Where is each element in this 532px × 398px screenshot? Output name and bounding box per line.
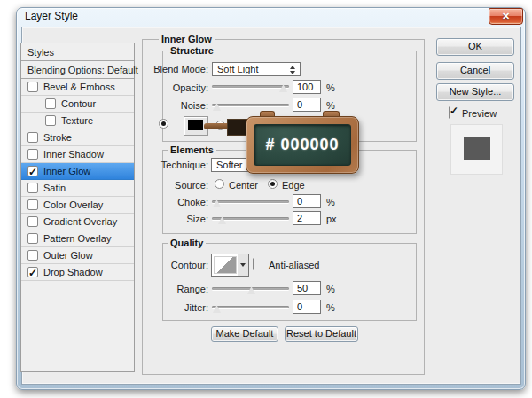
- noise-slider[interactable]: [212, 101, 289, 112]
- opacity-label: Opacity:: [142, 82, 208, 93]
- drop-shadow-checkbox[interactable]: ✓: [27, 267, 38, 277]
- sidebar-item-bevel-emboss[interactable]: Bevel & Emboss: [21, 79, 134, 96]
- titlebar[interactable]: [17, 8, 525, 27]
- texture-checkbox[interactable]: [45, 115, 56, 126]
- preview-swatch: [450, 124, 503, 175]
- sidebar-item-color-overlay[interactable]: Color Overlay: [21, 197, 134, 214]
- contour-thumbnail-icon: [214, 256, 237, 274]
- size-unit: px: [326, 214, 337, 224]
- preview-checkbox[interactable]: ✓: [449, 106, 450, 119]
- source-label: Source:: [142, 180, 208, 191]
- close-icon: ✕: [502, 11, 510, 21]
- technique-label: Technique:: [142, 160, 208, 170]
- stroke-checkbox[interactable]: [27, 132, 38, 143]
- make-default-button[interactable]: Make Default: [211, 326, 278, 342]
- jitter-label: Jitter:: [142, 302, 208, 313]
- opacity-slider[interactable]: [212, 82, 289, 93]
- jitter-slider-track: [212, 306, 289, 308]
- noise-label: Noise:: [142, 100, 208, 111]
- styles-header: Styles: [21, 43, 134, 61]
- range-slider[interactable]: [212, 285, 289, 295]
- jitter-unit: %: [326, 302, 335, 313]
- gradient-overlay-checkbox[interactable]: [27, 216, 38, 227]
- panel-title: Inner Glow: [159, 34, 215, 44]
- sidebar-item-outer-glow[interactable]: Outer Glow: [21, 247, 134, 264]
- sidebar-item-pattern-overlay[interactable]: Pattern Overlay: [21, 230, 134, 247]
- sidebar-item-texture[interactable]: Texture: [21, 113, 134, 129]
- ok-button[interactable]: OK: [436, 38, 514, 56]
- sidebar-item-inner-glow[interactable]: ✓ Inner Glow: [21, 163, 134, 180]
- preview-swatch-inner: [464, 137, 490, 160]
- pattern-overlay-checkbox[interactable]: [27, 233, 38, 244]
- noise-unit: %: [326, 100, 335, 111]
- window-title: Layer Style: [25, 10, 78, 22]
- choke-input[interactable]: [293, 194, 321, 208]
- hex-tooltip-chalkboard: # 000000: [246, 116, 359, 174]
- chalkboard-surface: # 000000: [254, 124, 351, 166]
- anti-aliased-checkbox[interactable]: [253, 258, 254, 270]
- jitter-input[interactable]: [293, 300, 321, 314]
- choke-unit: %: [326, 197, 335, 207]
- noise-input[interactable]: [293, 98, 321, 112]
- glow-color-swatch: [188, 120, 203, 130]
- contour-checkbox[interactable]: [45, 98, 56, 109]
- blend-mode-select[interactable]: Soft Light: [212, 62, 301, 76]
- opacity-slider-track: [212, 85, 289, 88]
- sidebar-item-contour[interactable]: Contour: [21, 96, 134, 113]
- range-label: Range:: [142, 284, 208, 294]
- range-input[interactable]: [293, 281, 321, 295]
- size-label: Size:: [142, 214, 208, 224]
- sidebar-item-blending-options[interactable]: Blending Options: Default: [21, 61, 134, 79]
- anti-aliased-label: Anti-aliased: [269, 260, 319, 270]
- range-unit: %: [326, 284, 335, 294]
- contour-label: Contour:: [142, 260, 208, 270]
- chalk-pointer-block: [227, 119, 247, 136]
- source-edge-label: Edge: [282, 180, 305, 191]
- hex-value-text: # 000000: [265, 136, 339, 154]
- chevron-down-icon: [240, 263, 246, 267]
- choke-slider-track: [212, 200, 289, 203]
- inner-glow-checkbox[interactable]: ✓: [27, 166, 38, 176]
- choke-slider[interactable]: [212, 198, 289, 208]
- size-input[interactable]: [293, 211, 321, 225]
- structure-legend: Structure: [168, 45, 216, 56]
- sidebar-item-drop-shadow[interactable]: ✓ Drop Shadow: [21, 264, 134, 281]
- color-overlay-checkbox[interactable]: [27, 199, 38, 210]
- sidebar-item-gradient-overlay[interactable]: Gradient Overlay: [21, 214, 134, 230]
- blend-mode-spinner-icon: [290, 66, 295, 74]
- satin-checkbox[interactable]: [27, 183, 38, 193]
- cancel-button[interactable]: Cancel: [436, 62, 514, 80]
- inner-shadow-checkbox[interactable]: [27, 149, 38, 160]
- size-slider[interactable]: [212, 215, 289, 225]
- outer-glow-checkbox[interactable]: [27, 250, 38, 261]
- sidebar-item-satin[interactable]: Satin: [21, 180, 134, 197]
- reset-to-default-button[interactable]: Reset to Default: [285, 326, 358, 342]
- elements-legend: Elements: [168, 144, 216, 155]
- jitter-slider[interactable]: [212, 303, 289, 314]
- choke-label: Choke:: [142, 197, 208, 207]
- quality-legend: Quality: [168, 238, 206, 248]
- glow-color-radio[interactable]: [159, 119, 168, 129]
- sidebar-item-stroke[interactable]: Stroke: [21, 129, 134, 146]
- blend-mode-label: Blend Mode:: [142, 64, 208, 74]
- styles-list: Styles Blending Options: Default Bevel &…: [20, 43, 135, 372]
- opacity-unit: %: [326, 82, 335, 93]
- preview-label: Preview: [462, 108, 497, 119]
- close-button[interactable]: ✕: [489, 8, 523, 25]
- bevel-emboss-checkbox[interactable]: [27, 82, 38, 92]
- contour-picker-button[interactable]: [211, 254, 239, 277]
- source-edge-radio[interactable]: [268, 179, 278, 189]
- opacity-input[interactable]: [293, 80, 321, 94]
- source-center-label: Center: [229, 180, 258, 191]
- source-center-radio[interactable]: [215, 179, 224, 189]
- new-style-button[interactable]: New Style...: [436, 83, 514, 101]
- contour-dropdown-button[interactable]: [238, 254, 249, 277]
- noise-slider-track: [212, 104, 289, 106]
- sidebar-item-inner-shadow[interactable]: Inner Shadow: [21, 146, 134, 163]
